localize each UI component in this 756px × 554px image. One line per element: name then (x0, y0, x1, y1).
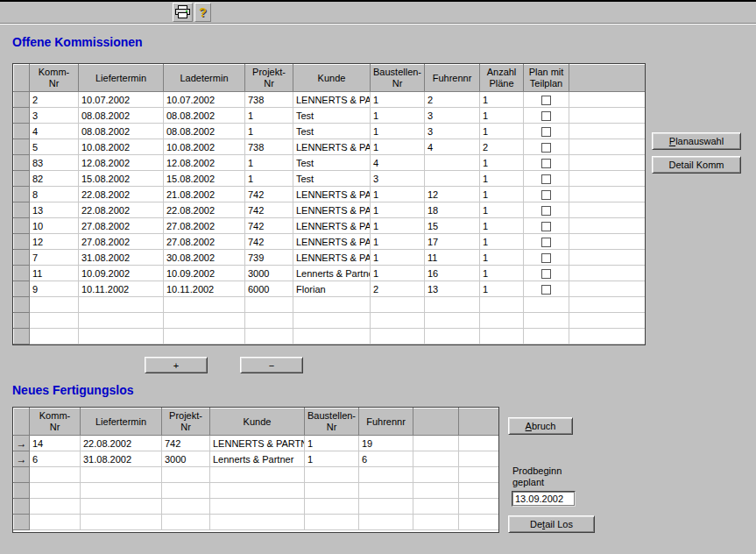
cell[interactable]: 17 (425, 234, 480, 250)
cell[interactable]: 27.08.2002 (79, 218, 164, 234)
cell[interactable]: 10 (30, 218, 79, 234)
cell[interactable]: 11 (30, 266, 79, 281)
cell[interactable]: 1 (480, 266, 524, 281)
checkbox-unchecked[interactable] (541, 253, 551, 263)
cell[interactable]: 10.07.2002 (79, 92, 164, 108)
teilplan-checkbox-cell[interactable] (524, 202, 569, 218)
planauswahl-button[interactable]: Planauswahl (652, 132, 741, 150)
teilplan-checkbox-cell[interactable] (524, 171, 569, 187)
cell[interactable]: 10.09.2002 (164, 266, 245, 281)
column-header[interactable]: Plan mit Teilplan (524, 65, 569, 92)
cell[interactable]: 31.08.2002 (81, 451, 162, 467)
cell[interactable]: 82 (30, 171, 79, 187)
cell[interactable]: 1 (480, 124, 524, 139)
row-selector[interactable] (14, 139, 30, 155)
cell[interactable]: 1 (480, 250, 524, 266)
checkbox-unchecked[interactable] (541, 174, 551, 184)
column-header[interactable]: Komm- Nr (30, 408, 81, 436)
cell[interactable]: 83 (30, 155, 79, 171)
row-selector[interactable] (14, 329, 30, 344)
cell[interactable]: 13 (425, 281, 480, 297)
teilplan-checkbox-cell[interactable] (524, 155, 569, 171)
cell[interactable] (569, 139, 646, 155)
row-selector[interactable] (14, 124, 30, 139)
cell[interactable]: 742 (245, 234, 293, 250)
cell[interactable]: 3 (425, 124, 480, 139)
cell[interactable]: 3000 (162, 451, 210, 467)
checkbox-unchecked[interactable] (541, 222, 551, 231)
remove-row-button[interactable]: − (240, 357, 303, 373)
cell[interactable]: LENNERTS & PA (293, 250, 371, 266)
cell[interactable]: 31.08.2002 (79, 250, 164, 266)
cell[interactable]: 742 (245, 202, 293, 218)
row-selector[interactable] (14, 297, 30, 313)
cell[interactable]: 13 (30, 202, 79, 218)
cell[interactable]: 27.08.2002 (164, 234, 245, 250)
column-header[interactable]: Baustellen- Nr (305, 408, 359, 436)
cell[interactable]: 6000 (245, 281, 293, 297)
cell[interactable]: 08.08.2002 (79, 108, 164, 124)
cell[interactable]: 3 (371, 171, 425, 187)
cell[interactable]: 742 (245, 187, 293, 202)
cell[interactable]: 1 (245, 155, 293, 171)
row-selector[interactable] (14, 171, 30, 187)
cell[interactable]: 3 (30, 108, 79, 124)
cell[interactable]: LENNERTS & PA (293, 187, 371, 202)
cell[interactable]: 08.08.2002 (164, 108, 245, 124)
cell[interactable]: 12.08.2002 (164, 155, 245, 171)
teilplan-checkbox-cell[interactable] (524, 108, 569, 124)
column-header[interactable]: Komm- Nr (30, 65, 79, 92)
cell[interactable]: 742 (162, 436, 210, 451)
cell[interactable]: 14 (30, 436, 81, 451)
checkbox-unchecked[interactable] (541, 206, 551, 216)
teilplan-checkbox-cell[interactable] (524, 234, 569, 250)
column-header[interactable]: Fuhrennr (359, 408, 413, 436)
cell[interactable]: 12 (425, 187, 480, 202)
cell[interactable]: 22.08.2002 (81, 436, 162, 451)
cell[interactable] (569, 202, 646, 218)
cell[interactable] (569, 234, 646, 250)
cell[interactable]: 1 (245, 124, 293, 139)
cell[interactable] (569, 266, 646, 281)
row-selector[interactable] (14, 108, 30, 124)
cell[interactable]: 15.08.2002 (164, 171, 245, 187)
cell[interactable]: Lennerts & Partne (293, 266, 371, 281)
cell[interactable]: LENNERTS & PA (293, 139, 371, 155)
cell[interactable]: Test (293, 155, 371, 171)
cell[interactable]: 1 (245, 108, 293, 124)
teilplan-checkbox-cell[interactable] (524, 187, 569, 202)
cell[interactable]: 1 (371, 202, 425, 218)
row-selector[interactable] (14, 499, 30, 515)
cell[interactable]: LENNERTS & PARTN (210, 436, 305, 451)
column-header[interactable]: Fuhrennr (425, 65, 480, 92)
cell[interactable]: 22.08.2002 (79, 202, 164, 218)
row-selector[interactable] (14, 467, 30, 483)
row-selector[interactable] (14, 234, 30, 250)
checkbox-unchecked[interactable] (541, 190, 551, 200)
row-selector[interactable] (14, 187, 30, 202)
cell[interactable]: 6 (359, 451, 413, 467)
cell[interactable]: 1 (480, 108, 524, 124)
cell[interactable]: 1 (305, 436, 359, 451)
cell[interactable] (569, 187, 646, 202)
checkbox-unchecked[interactable] (541, 143, 551, 153)
checkbox-unchecked[interactable] (541, 285, 551, 295)
cell[interactable]: 3 (425, 108, 480, 124)
cell[interactable] (569, 250, 646, 266)
teilplan-checkbox-cell[interactable] (524, 124, 569, 139)
row-selector[interactable] (14, 202, 30, 218)
cell[interactable]: 1 (305, 451, 359, 467)
cell[interactable]: 15 (425, 218, 480, 234)
cell[interactable]: 1 (480, 218, 524, 234)
cell[interactable]: 7 (30, 250, 79, 266)
cell[interactable] (413, 436, 459, 451)
cell[interactable]: 22.08.2002 (164, 202, 245, 218)
cell[interactable] (459, 436, 500, 451)
cell[interactable]: 21.08.2002 (164, 187, 245, 202)
column-header[interactable]: Projekt- Nr (162, 408, 210, 436)
cell[interactable]: Florian (293, 281, 371, 297)
teilplan-checkbox-cell[interactable] (524, 266, 569, 281)
row-selector[interactable] (14, 218, 30, 234)
column-header[interactable]: Kunde (293, 65, 371, 92)
cell[interactable]: 4 (30, 124, 79, 139)
